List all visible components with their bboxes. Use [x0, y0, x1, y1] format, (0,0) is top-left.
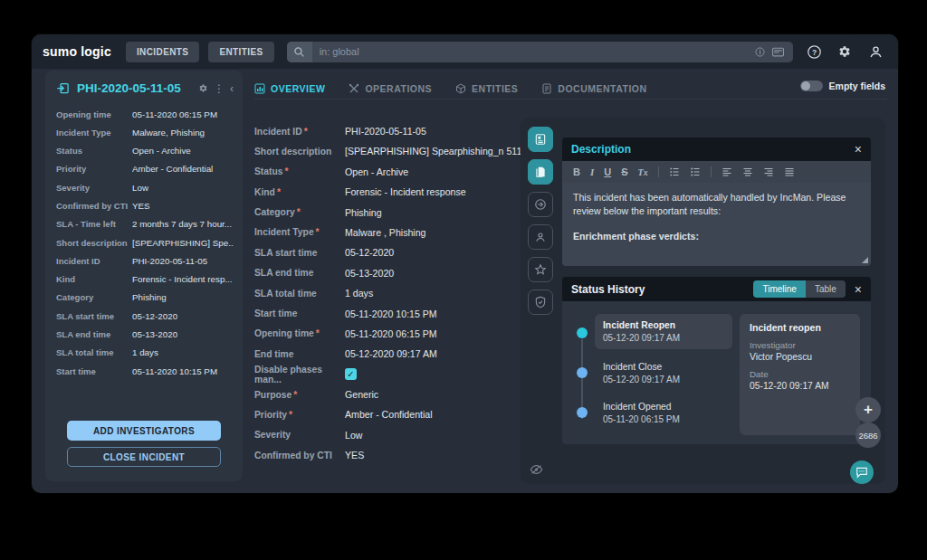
form-value[interactable]: Low — [345, 430, 362, 441]
form-value[interactable]: 05-11-2020 10:15 PM — [345, 308, 437, 319]
strikethrough-button[interactable]: S — [621, 166, 627, 177]
field-label: Start time — [56, 366, 132, 376]
close-icon[interactable]: × — [855, 283, 862, 296]
nav-entities-button[interactable]: ENTITIES — [208, 42, 273, 62]
incident-field-row: SeverityLow — [56, 181, 234, 194]
favorites-widget-icon[interactable] — [528, 257, 553, 282]
form-row: End time05-12-2020 09:17 AM — [254, 346, 526, 361]
status-history-title: Status History — [571, 283, 645, 296]
form-value[interactable]: 1 days — [345, 288, 373, 299]
clear-format-button[interactable]: Tx — [638, 167, 648, 177]
form-row: Opening time*05-11-2020 06:15 PM — [254, 327, 526, 341]
richtext-toolbar: B I U S Tx — [562, 161, 871, 183]
playbook-widget-icon[interactable] — [528, 192, 553, 217]
form-value[interactable]: [SPEARPHISHING] Spearphishing_n 51111 — [345, 146, 531, 157]
panel-settings-gear-icon[interactable] — [198, 83, 208, 93]
form-value[interactable]: Generic — [345, 389, 378, 400]
description-widget-icon[interactable] — [528, 127, 553, 152]
disable-phases-checkbox[interactable]: ✓ — [345, 368, 357, 380]
timeline-event[interactable]: Incident Opened 05-11-20 06:15 PM — [595, 395, 732, 431]
incident-field-row: StatusOpen - Archive — [56, 145, 234, 157]
eye-off-icon[interactable] — [530, 464, 543, 475]
field-label: Incident Type — [56, 128, 132, 138]
tab-overview[interactable]: OVERVIEW — [254, 78, 325, 99]
form-value[interactable]: Forensic - Incident response — [345, 186, 466, 197]
underline-button[interactable]: U — [604, 166, 611, 177]
event-title: Incident Close — [603, 362, 724, 372]
tab-operations[interactable]: OPERATIONS — [349, 78, 432, 99]
form-label: Incident Type* — [254, 227, 345, 237]
close-incident-button[interactable]: CLOSE INCIDENT — [67, 447, 221, 467]
bullet-list-button[interactable] — [690, 166, 701, 177]
global-search[interactable] — [287, 42, 793, 62]
required-asterisk: * — [297, 207, 301, 217]
date-value: 05-12-20 09:17 AM — [750, 381, 850, 391]
table-view-button[interactable]: Table — [806, 280, 846, 298]
ordered-list-button[interactable] — [669, 166, 680, 177]
profile-icon[interactable] — [864, 40, 887, 63]
incident-panel-tools: ⋮ ‹ — [198, 83, 234, 94]
tab-label: OPERATIONS — [365, 83, 432, 94]
add-investigators-button[interactable]: ADD INVESTIGATORS — [67, 421, 221, 441]
widget-rail — [528, 127, 553, 315]
form-value[interactable]: 05-12-2020 09:17 AM — [345, 348, 437, 359]
description-title: Description — [571, 143, 631, 156]
search-input[interactable] — [312, 46, 755, 57]
field-value: 05-11-2020 06:15 PM — [132, 109, 217, 119]
incident-panel-actions: ADD INVESTIGATORS CLOSE INCIDENT — [67, 421, 221, 467]
tab-documentation[interactable]: DOCUMENTATION — [541, 78, 646, 99]
form-label: Disable phases man... — [254, 365, 345, 384]
incident-field-row: Incident TypeMalware, Phishing — [56, 126, 234, 138]
saved-searches-icon[interactable] — [772, 47, 784, 57]
field-value: Amber - Confidential — [132, 164, 213, 174]
timeline-view-button[interactable]: Timeline — [753, 280, 805, 298]
resize-handle[interactable] — [862, 257, 868, 263]
required-asterisk: * — [316, 227, 320, 237]
settings-gear-icon[interactable] — [833, 40, 856, 63]
empty-fields-toggle[interactable] — [800, 81, 823, 91]
justify-button[interactable] — [784, 166, 795, 177]
incident-field-row: Confirmed by CTIYES — [56, 199, 234, 212]
form-value[interactable]: 05-11-2020 06:15 PM — [345, 328, 437, 339]
panel-collapse-chevron-icon[interactable]: ‹ — [230, 83, 234, 94]
app-window: sumo logic INCIDENTS ENTITIES ? — [32, 34, 898, 493]
toggle-knob — [801, 81, 810, 90]
form-value[interactable]: Open - Archive — [345, 166, 408, 177]
bold-button[interactable]: B — [573, 166, 580, 177]
nav-incidents-button[interactable]: INCIDENTS — [126, 42, 200, 62]
incident-field-row: SLA start time05-12-2020 — [56, 309, 234, 322]
search-icon — [287, 42, 312, 62]
info-icon[interactable] — [755, 47, 765, 57]
form-value[interactable]: PHI-2020-05-11-05 — [345, 126, 426, 137]
form-value[interactable]: 05-13-2020 — [345, 268, 394, 279]
tab-entities[interactable]: ENTITIES — [455, 78, 518, 99]
chat-button[interactable] — [850, 460, 874, 484]
form-value[interactable]: Malware , Phishing — [345, 227, 426, 238]
incident-field-row: Opening time05-11-2020 06:15 PM — [56, 108, 234, 120]
form-value[interactable]: 05-12-2020 — [345, 247, 394, 258]
form-row: Disable phases man...✓ — [254, 367, 526, 382]
incident-field-row: KindForensic - Incident resp... — [56, 273, 234, 286]
form-value[interactable]: YES — [345, 450, 364, 460]
timeline-event[interactable]: Incident Reopen 05-12-20 09:17 AM — [595, 314, 732, 349]
align-right-button[interactable] — [763, 166, 774, 177]
align-center-button[interactable] — [742, 166, 753, 177]
help-icon[interactable]: ? — [802, 40, 826, 63]
status-history-widget-icon[interactable] — [528, 159, 553, 185]
field-label: SLA end time — [56, 329, 132, 339]
close-icon[interactable]: × — [855, 143, 862, 156]
timeline-event[interactable]: Incident Close 05-12-20 09:17 AM — [595, 356, 732, 391]
form-value[interactable]: Phishing — [345, 207, 382, 218]
panel-more-kebab-icon[interactable]: ⋮ — [214, 83, 225, 94]
add-widget-button[interactable]: + — [855, 397, 881, 422]
incident-field-row: Start time05-11-2020 10:15 PM — [56, 365, 234, 377]
svg-text:?: ? — [811, 47, 816, 56]
verdict-shield-widget-icon[interactable] — [528, 289, 553, 315]
timeline-dot — [577, 367, 588, 378]
investigators-widget-icon[interactable] — [528, 224, 553, 250]
italic-button[interactable]: I — [590, 166, 594, 177]
description-editor[interactable]: This incident has been automatically han… — [562, 183, 871, 266]
align-left-button[interactable] — [722, 166, 732, 177]
description-text-bold: Enrichment phase verdicts: — [573, 230, 860, 243]
form-value[interactable]: Amber - Confidential — [345, 409, 433, 420]
